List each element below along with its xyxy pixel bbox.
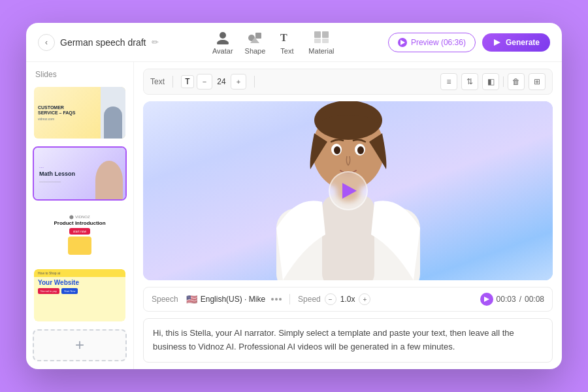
nav-back-area: ‹ German speech draft ✏ xyxy=(38,34,159,51)
avatar-icon xyxy=(213,29,233,45)
tool-avatar[interactable]: Avatar xyxy=(212,29,233,55)
speed-decrease-btn[interactable]: − xyxy=(325,293,336,305)
slide-thumbnail-4[interactable]: How to Shop at Your Website Normal to pa… xyxy=(33,268,127,322)
slide-1-person xyxy=(104,106,122,139)
nav-tools: Avatar Shape T Text xyxy=(167,29,380,55)
add-slide-button[interactable]: + xyxy=(33,329,127,362)
speech-sep xyxy=(289,294,290,304)
tool-shape[interactable]: Shape xyxy=(245,29,266,55)
play-button[interactable] xyxy=(329,171,368,210)
slides-sidebar: Slides CUSTOMERSERVICE – FAQs vidnoz.com xyxy=(26,62,134,369)
svg-rect-7 xyxy=(322,31,329,38)
slide-4-btn1: Normal to pay xyxy=(38,288,59,294)
time-current: 00:03 xyxy=(497,295,516,304)
speed-section: Speed − 1.0x + xyxy=(298,293,370,305)
slide-1-title: CUSTOMERSERVICE – FAQs xyxy=(38,105,97,116)
flag-icon: 🇺🇸 xyxy=(186,294,197,304)
duplicate-btn[interactable]: ⊞ xyxy=(529,73,546,90)
slide-4-title: Your Website xyxy=(38,279,122,286)
speed-label: Speed xyxy=(298,295,321,304)
material-icon xyxy=(312,29,331,45)
playback-play-btn[interactable] xyxy=(480,293,493,306)
slide-thumbnail-2[interactable]: ····· Math Lesson ____________ xyxy=(33,146,127,201)
speech-bar: Speech 🇺🇸 English(US) · Mike Speed − 1.0… xyxy=(143,287,553,312)
svg-rect-3 xyxy=(255,33,261,39)
align-left-btn[interactable]: ≡ xyxy=(440,73,457,90)
voice-name: English(US) · Mike xyxy=(201,295,265,304)
svg-rect-8 xyxy=(314,39,321,43)
text-format-icon[interactable]: T xyxy=(181,75,194,88)
font-size-decrease-btn[interactable]: − xyxy=(197,74,212,90)
slide-3-cta: start now xyxy=(69,228,90,235)
svg-rect-6 xyxy=(314,31,321,38)
tool-material[interactable]: Material xyxy=(308,29,334,55)
toolbar-separator-3 xyxy=(503,76,504,87)
svg-point-1 xyxy=(217,40,229,44)
svg-point-0 xyxy=(220,32,226,39)
time-total: 00:08 xyxy=(525,295,544,304)
delete-btn[interactable]: 🗑 xyxy=(508,73,525,90)
toolbar-separator-2 xyxy=(254,76,255,88)
voice-selector[interactable]: 🇺🇸 English(US) · Mike xyxy=(186,294,282,304)
shape-label: Shape xyxy=(245,47,266,55)
speech-label: Speech xyxy=(152,295,178,304)
video-preview-area[interactable] xyxy=(143,101,553,280)
align-vertical-btn[interactable]: ⇅ xyxy=(461,73,478,90)
nav-actions: Preview (06:36) Generate xyxy=(388,33,550,52)
slide-2-title: Math Lesson xyxy=(39,171,90,177)
slide-1-subtitle: vidnoz.com xyxy=(38,117,97,121)
voice-dots xyxy=(271,298,282,301)
tool-text[interactable]: T Text xyxy=(277,29,297,55)
speed-value: 1.0x xyxy=(340,295,355,304)
svg-point-16 xyxy=(314,101,382,140)
slide-thumbnail-1[interactable]: CUSTOMERSERVICE – FAQs vidnoz.com xyxy=(33,86,127,140)
slide-3-title: Product Introduction xyxy=(54,220,105,226)
slides-label: Slides xyxy=(33,70,127,79)
toolbar-right: ≡ ⇅ ◧ 🗑 ⊞ xyxy=(440,73,546,90)
editor-toolbar: Text T − 24 + ≡ ⇅ ◧ 🗑 ⊞ xyxy=(143,69,553,95)
back-button[interactable]: ‹ xyxy=(38,34,55,51)
svg-point-20 xyxy=(357,146,364,154)
text-icon: T xyxy=(277,29,297,45)
transcript-text-box[interactable]: Hi, this is Stella, your AI narrator. Si… xyxy=(143,318,553,363)
add-icon: + xyxy=(75,336,84,354)
edit-icon[interactable]: ✏ xyxy=(152,37,159,47)
preview-button[interactable]: Preview (06:36) xyxy=(388,33,476,52)
avatar-label: Avatar xyxy=(212,47,233,55)
nav-title: German speech draft xyxy=(60,37,146,48)
play-icon xyxy=(342,183,357,199)
slide-3-company: ⬤ VIDNOZ xyxy=(69,214,90,219)
main-content: Slides CUSTOMERSERVICE – FAQs vidnoz.com xyxy=(26,62,562,369)
preview-play-icon xyxy=(398,38,407,47)
font-size-value: 24 xyxy=(215,77,228,86)
top-nav: ‹ German speech draft ✏ Avatar xyxy=(26,23,562,62)
svg-point-19 xyxy=(334,146,340,154)
slide-thumbnail-3[interactable]: ⬤ VIDNOZ Product Introduction start now xyxy=(33,207,127,261)
toolbar-text-label: Text xyxy=(150,77,165,86)
slide-3-person xyxy=(68,237,91,255)
time-separator: / xyxy=(519,295,521,304)
editor-panel: Text T − 24 + ≡ ⇅ ◧ 🗑 ⊞ xyxy=(134,62,562,369)
generate-icon xyxy=(493,38,502,47)
svg-rect-9 xyxy=(322,39,329,43)
toolbar-separator-1 xyxy=(172,76,173,88)
generate-button[interactable]: Generate xyxy=(482,33,550,52)
app-window: ‹ German speech draft ✏ Avatar xyxy=(26,23,562,369)
layer-btn[interactable]: ◧ xyxy=(482,73,499,90)
font-size-increase-btn[interactable]: + xyxy=(231,74,246,90)
svg-text:T: T xyxy=(280,32,287,43)
speed-increase-btn[interactable]: + xyxy=(359,293,370,305)
slide-4-header: How to Shop at xyxy=(34,269,125,277)
svg-marker-10 xyxy=(494,39,500,46)
generate-label: Generate xyxy=(506,38,540,47)
transcript-text: Hi, this is Stella, your AI narrator. Si… xyxy=(153,328,514,351)
time-section: 00:03 / 00:08 xyxy=(480,293,544,306)
text-label: Text xyxy=(280,47,293,55)
shape-icon xyxy=(245,29,265,45)
slide-4-btn2: Start Now xyxy=(61,288,78,294)
material-label: Material xyxy=(308,47,334,55)
preview-label: Preview (06:36) xyxy=(411,38,466,47)
